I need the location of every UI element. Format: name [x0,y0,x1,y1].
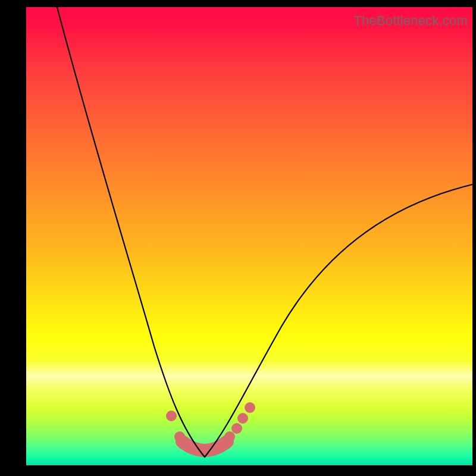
curve-dot [237,413,248,424]
bottleneck-valley-segment [182,441,227,450]
watermark-text: TheBottleneck.com [353,13,468,29]
curve-dot [224,431,235,442]
chart-stage: TheBottleneck.com [0,0,476,476]
curve-dot [174,431,185,442]
bottleneck-curve [57,7,472,457]
curve-dot [231,423,242,434]
curve-dot [245,402,255,413]
curve-dot [166,411,177,421]
plot-area: TheBottleneck.com [26,7,472,465]
curve-layer [26,7,472,465]
